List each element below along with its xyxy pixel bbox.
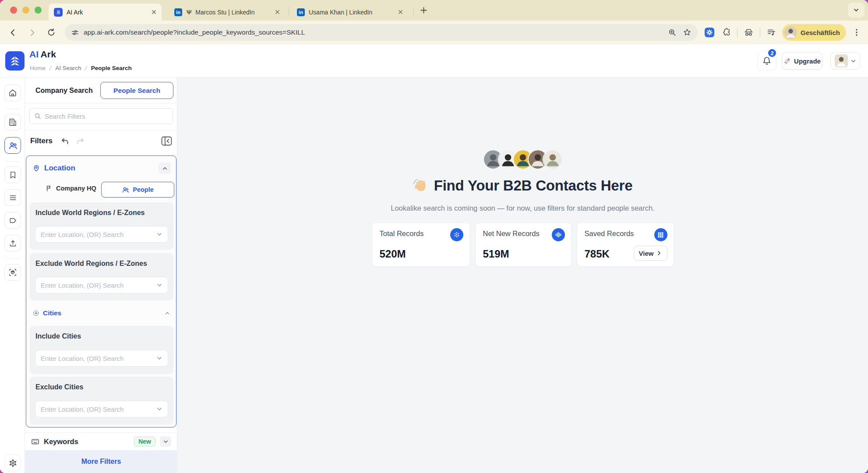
filter-search[interactable] <box>29 108 173 124</box>
page-title: Find Your B2B Contacts Here <box>177 177 868 194</box>
minimize-window-button[interactable] <box>22 7 29 14</box>
exclude-regions-dropdown[interactable]: Enter Location, (OR) Search <box>35 277 168 293</box>
avatar <box>543 149 563 169</box>
tab-linkedin-marcos[interactable]: in Ψ Marcos Stu | LinkedIn <box>169 4 285 21</box>
sidebar-item-upload[interactable] <box>4 235 21 251</box>
incognito-icon[interactable] <box>744 28 754 38</box>
breadcrumb-people-search: People Search <box>91 65 132 71</box>
content-row: Company Search People Search Filters <box>0 78 868 473</box>
bookmark-star-icon[interactable] <box>683 28 692 37</box>
tab-company-hq[interactable]: Company HQ <box>46 185 96 192</box>
sidebar-item-bookmarks[interactable] <box>4 166 21 183</box>
location-header[interactable]: Location <box>32 162 171 174</box>
more-filters-button[interactable]: More Filters <box>25 450 177 473</box>
close-tab-icon[interactable] <box>398 10 403 14</box>
sidebar-item-enrich[interactable] <box>4 264 21 281</box>
people-icon <box>8 141 18 150</box>
tab-location-people[interactable]: People <box>101 182 174 198</box>
cities-title: Cities <box>43 309 61 317</box>
profile-avatar <box>784 26 797 39</box>
undo-icon[interactable] <box>60 137 70 146</box>
breadcrumb-ai-search[interactable]: AI Search <box>55 65 81 71</box>
zoom-icon[interactable] <box>668 28 677 37</box>
grid-icon <box>654 228 667 241</box>
media-controls-icon[interactable] <box>766 28 776 37</box>
redo-icon[interactable] <box>76 137 85 146</box>
include-cities-label: Include Cities <box>35 332 81 340</box>
tab-separator <box>413 7 414 15</box>
close-window-button[interactable] <box>10 7 17 14</box>
browser-profile-chip[interactable]: Geschäftlich <box>782 24 846 41</box>
view-saved-records-button[interactable]: View <box>634 246 667 261</box>
breadcrumb-home[interactable]: Home <box>30 65 46 71</box>
extensions-puzzle-icon[interactable] <box>721 28 731 37</box>
list-icon <box>9 194 17 202</box>
close-tab-icon[interactable] <box>152 10 156 14</box>
exclude-regions-group: Exclude World Regions / E-Zones Enter Lo… <box>30 253 173 300</box>
menu-kebab-icon[interactable] <box>852 28 861 37</box>
upgrade-button[interactable]: Upgrade <box>782 52 822 70</box>
reload-icon[interactable] <box>46 27 57 38</box>
include-cities-dropdown[interactable]: Enter Location, (OR) Search <box>35 350 168 367</box>
sidebar-item-settings[interactable] <box>4 455 21 471</box>
exclude-regions-label: Exclude World Regions / E-Zones <box>35 260 147 268</box>
icon-sidebar <box>0 78 25 473</box>
location-filter-card: Location Company HQ <box>26 155 176 427</box>
stat-value: 785K <box>585 248 610 260</box>
tab-company-search[interactable]: Company Search <box>35 87 93 95</box>
keywords-section[interactable]: Keywords New <box>25 432 177 450</box>
desktop-background: AI Ark in Ψ Marcos Stu | LinkedIn in Usa… <box>0 0 868 473</box>
stat-value: 519M <box>483 248 509 260</box>
include-regions-dropdown[interactable]: Enter Location, (OR) Search <box>35 226 168 243</box>
user-avatar <box>835 54 848 67</box>
tab-linkedin-usama[interactable]: in Usama Khan | LinkedIn <box>292 4 408 21</box>
sidebar-item-companies[interactable] <box>4 114 21 131</box>
tab-people-search[interactable]: People Search <box>100 82 173 99</box>
tab-title: Usama Khan | LinkedIn <box>309 9 394 16</box>
sidebar-item-people[interactable] <box>4 137 21 154</box>
sidebar-divider <box>5 109 20 109</box>
stats-cards: Total Records 520M Net New Records 519M … <box>177 222 868 267</box>
chevron-down-icon <box>156 282 162 288</box>
exclude-cities-dropdown[interactable]: Enter Location, (OR) Search <box>35 401 168 417</box>
panel-divider <box>25 130 177 131</box>
rocket-icon <box>783 57 791 65</box>
filter-panel: Company Search People Search Filters <box>25 78 177 473</box>
exclude-cities-group: Exclude Cities Enter Location, (OR) Sear… <box>30 377 173 425</box>
sidebar-item-lists[interactable] <box>4 189 21 206</box>
sidebar-item-home[interactable] <box>4 85 21 101</box>
collapse-location-button[interactable] <box>159 162 171 174</box>
collapse-panel-icon[interactable] <box>161 136 172 146</box>
upload-icon <box>9 239 17 247</box>
browser-toolbar: app.ai-ark.com/search/people?include_peo… <box>0 21 868 44</box>
address-bar[interactable]: app.ai-ark.com/search/people?include_peo… <box>65 24 698 41</box>
pinned-extension-icon[interactable] <box>704 27 715 38</box>
chevron-up-icon[interactable] <box>165 311 170 316</box>
new-tab-button[interactable] <box>419 6 428 15</box>
keywords-title: Keywords <box>44 438 78 446</box>
profile-label: Geschäftlich <box>801 29 840 36</box>
exclude-cities-label: Exclude Cities <box>35 383 83 391</box>
main-content: Find Your B2B Contacts Here Lookalike se… <box>177 78 868 473</box>
zoom-window-button[interactable] <box>35 7 42 14</box>
site-settings-icon[interactable] <box>71 28 79 37</box>
browser-window: AI Ark in Ψ Marcos Stu | LinkedIn in Usa… <box>0 0 868 473</box>
ai-ark-logo[interactable] <box>5 51 25 71</box>
close-tab-icon[interactable] <box>275 10 280 14</box>
sidebar-item-tags[interactable] <box>4 212 21 229</box>
user-menu[interactable] <box>830 52 860 70</box>
tab-title: AI Ark <box>67 9 147 16</box>
search-input[interactable] <box>45 113 168 120</box>
include-regions-label: Include World Regions / E-Zones <box>35 209 145 217</box>
back-icon[interactable] <box>7 27 18 38</box>
cities-header[interactable]: Cities <box>32 308 170 318</box>
expand-keywords-button[interactable] <box>160 436 171 447</box>
include-regions-group: Include World Regions / E-Zones Enter Lo… <box>30 202 173 250</box>
chevron-right-icon <box>656 251 662 256</box>
tab-ai-ark[interactable]: AI Ark <box>49 4 162 21</box>
breadcrumb-separator: / <box>49 64 52 72</box>
tab-search-chevron-button[interactable] <box>848 3 864 18</box>
upgrade-label: Upgrade <box>794 57 821 65</box>
forward-icon[interactable] <box>26 27 38 38</box>
tab-title: Marcos Stu | LinkedIn <box>195 9 271 16</box>
